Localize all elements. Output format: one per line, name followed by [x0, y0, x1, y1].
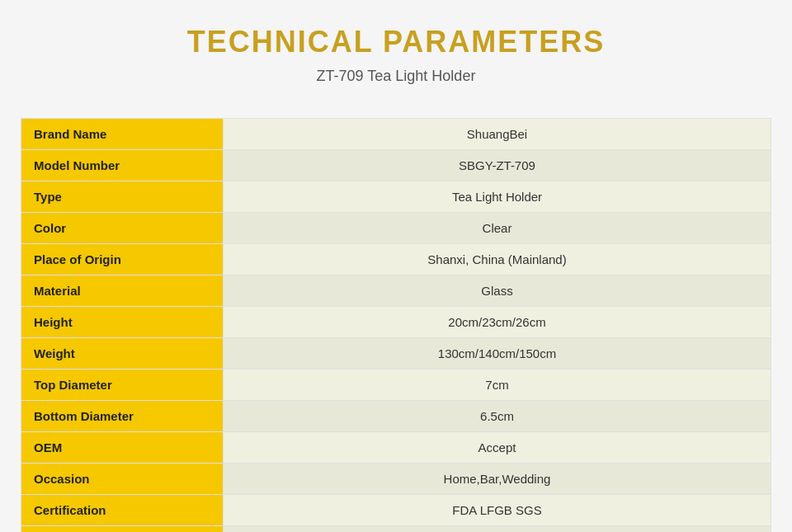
param-value: SBGY-ZT-709 [224, 150, 771, 181]
param-value: Glass [224, 275, 771, 307]
page-subtitle: ZT-709 Tea Light Holder [16, 68, 776, 85]
param-label: Model Number [21, 150, 224, 181]
param-label: OEM [21, 432, 224, 464]
param-value: Accept [224, 432, 771, 464]
params-table: Brand NameShuangBeiModel NumberSBGY-ZT-7… [21, 118, 771, 532]
table-row: Top Diameter7cm [21, 370, 771, 401]
param-value: Eco-Friendly Stocked [224, 526, 771, 533]
table-row: MaterialGlass [21, 275, 771, 307]
param-value: ShuangBei [224, 119, 771, 150]
table-row: Weight130cm/140cm/150cm [21, 338, 771, 370]
table-row: Bottom Diameter6.5cm [21, 401, 771, 432]
param-label: Bottom Diameter [21, 401, 224, 432]
param-value: Home,Bar,Wedding [224, 464, 771, 495]
param-label: Height [21, 307, 224, 338]
table-row: ColorClear [21, 213, 771, 244]
param-value: Tea Light Holder [224, 181, 771, 213]
table-row: OccasionHome,Bar,Wedding [21, 464, 771, 495]
param-value: 130cm/140cm/150cm [224, 338, 771, 370]
param-label: Occasion [21, 464, 224, 495]
table-row: Brand NameShuangBei [21, 119, 771, 150]
table-row: CertificationFDA LFGB SGS [21, 495, 771, 526]
table-row: OEMAccept [21, 432, 771, 464]
param-value: 6.5cm [224, 401, 771, 432]
param-label: Type [21, 181, 224, 213]
page-title: TECHNICAL PARAMETERS [16, 25, 776, 59]
params-table-container: Brand NameShuangBeiModel NumberSBGY-ZT-7… [21, 118, 771, 532]
param-label: Material [21, 275, 224, 307]
param-label: Top Diameter [21, 370, 224, 401]
param-label: Brand Name [21, 119, 224, 150]
table-row: TypeTea Light Holder [21, 181, 771, 213]
table-row: Place of OriginShanxi, China (Mainland) [21, 244, 771, 275]
param-label: Certification [21, 495, 224, 526]
param-label: Feature [21, 526, 224, 533]
table-row: Height20cm/23cm/26cm [21, 307, 771, 338]
param-value: 20cm/23cm/26cm [224, 307, 771, 338]
param-label: Place of Origin [21, 244, 224, 275]
param-label: Weight [21, 338, 224, 370]
table-row: FeatureEco-Friendly Stocked [21, 526, 771, 533]
param-label: Color [21, 213, 224, 244]
header-section: TECHNICAL PARAMETERS ZT-709 Tea Light Ho… [0, 0, 792, 101]
param-value: Clear [224, 213, 771, 244]
param-value: FDA LFGB SGS [224, 495, 771, 526]
table-row: Model NumberSBGY-ZT-709 [21, 150, 771, 181]
param-value: 7cm [224, 370, 771, 401]
param-value: Shanxi, China (Mainland) [224, 244, 771, 275]
